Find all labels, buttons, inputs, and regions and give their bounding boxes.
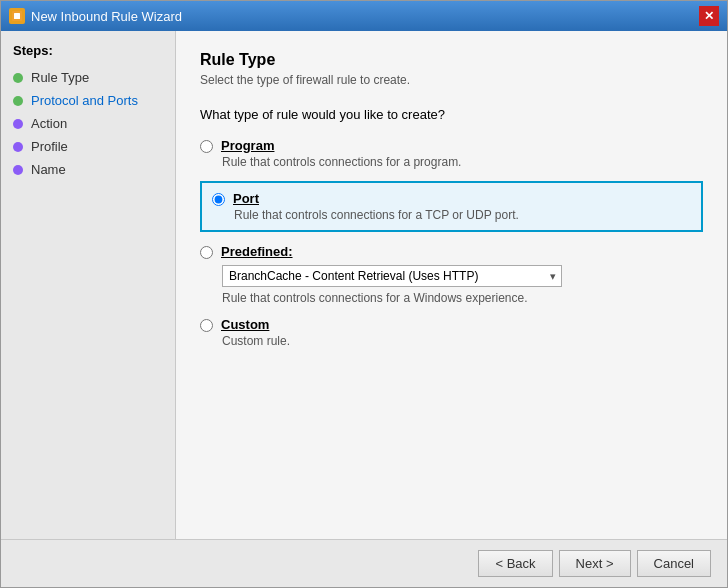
close-button[interactable]: ✕ — [699, 6, 719, 26]
steps-label: Steps: — [1, 43, 175, 66]
sidebar-item-name[interactable]: Name — [1, 158, 175, 181]
main-panel: Rule Type Select the type of firewall ru… — [176, 31, 727, 539]
step-dot-rule-type — [13, 73, 23, 83]
option-port-box: Port Rule that controls connections for … — [200, 181, 703, 232]
option-program: Program Rule that controls connections f… — [200, 138, 703, 169]
content-area: Steps: Rule Type Protocol and Ports Acti… — [1, 31, 727, 539]
sidebar-item-action[interactable]: Action — [1, 112, 175, 135]
radio-custom[interactable] — [200, 319, 213, 332]
footer: < Back Next > Cancel — [1, 539, 727, 587]
radio-port[interactable] — [212, 193, 225, 206]
svg-rect-1 — [14, 13, 20, 19]
cancel-button[interactable]: Cancel — [637, 550, 711, 577]
label-port[interactable]: Port — [233, 191, 259, 206]
sidebar-item-rule-type[interactable]: Rule Type — [1, 66, 175, 89]
sidebar-label-name: Name — [31, 162, 66, 177]
step-dot-profile — [13, 142, 23, 152]
step-dot-action — [13, 119, 23, 129]
next-button[interactable]: Next > — [559, 550, 631, 577]
sidebar-label-action: Action — [31, 116, 67, 131]
sidebar: Steps: Rule Type Protocol and Ports Acti… — [1, 31, 176, 539]
back-button[interactable]: < Back — [478, 550, 552, 577]
title-bar: New Inbound Rule Wizard ✕ — [1, 1, 727, 31]
option-custom: Custom Custom rule. — [200, 317, 703, 348]
sidebar-item-protocol-ports[interactable]: Protocol and Ports — [1, 89, 175, 112]
window-icon — [9, 8, 25, 24]
question-text: What type of rule would you like to crea… — [200, 107, 703, 122]
predefined-dropdown-area: BranchCache - Content Retrieval (Uses HT… — [222, 265, 703, 287]
label-custom[interactable]: Custom — [221, 317, 269, 332]
desc-program: Rule that controls connections for a pro… — [222, 155, 703, 169]
page-title: Rule Type — [200, 51, 703, 69]
sidebar-label-rule-type: Rule Type — [31, 70, 89, 85]
step-dot-protocol-ports — [13, 96, 23, 106]
step-dot-name — [13, 165, 23, 175]
desc-predefined: Rule that controls connections for a Win… — [222, 291, 703, 305]
predefined-select[interactable]: BranchCache - Content Retrieval (Uses HT… — [222, 265, 562, 287]
radio-predefined[interactable] — [200, 246, 213, 259]
page-subtitle: Select the type of firewall rule to crea… — [200, 73, 703, 87]
label-predefined[interactable]: Predefined: — [221, 244, 293, 259]
desc-port: Rule that controls connections for a TCP… — [234, 208, 691, 222]
label-program[interactable]: Program — [221, 138, 274, 153]
window-title: New Inbound Rule Wizard — [31, 9, 182, 24]
wizard-window: New Inbound Rule Wizard ✕ Steps: Rule Ty… — [0, 0, 728, 588]
sidebar-item-profile[interactable]: Profile — [1, 135, 175, 158]
radio-program[interactable] — [200, 140, 213, 153]
sidebar-label-protocol-ports: Protocol and Ports — [31, 93, 138, 108]
sidebar-label-profile: Profile — [31, 139, 68, 154]
desc-custom: Custom rule. — [222, 334, 703, 348]
option-predefined: Predefined: BranchCache - Content Retrie… — [200, 244, 703, 305]
